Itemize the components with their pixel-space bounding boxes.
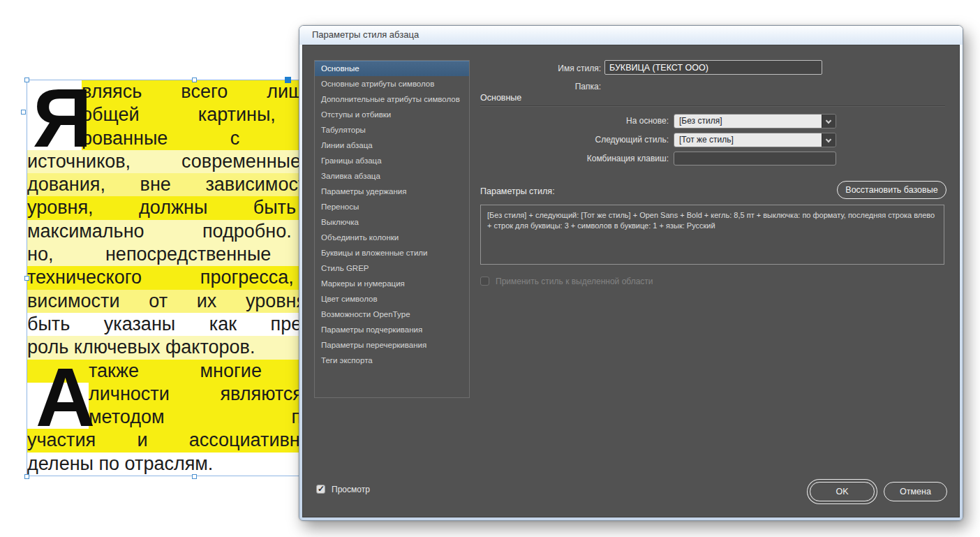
dialog-content: ОсновныеОсновные атрибуты символовДополн… <box>302 45 960 517</box>
apply-to-selection-checkbox[interactable] <box>480 277 489 286</box>
preview-checkbox[interactable]: ✓ <box>316 485 325 494</box>
sidebar-item-19[interactable]: Параметры перечеркивания <box>315 337 469 353</box>
section-header: Основные <box>480 93 521 103</box>
next-style-value: [Тот же стиль] <box>674 133 822 147</box>
reset-to-base-button[interactable]: Восстановить базовые <box>837 181 946 199</box>
sidebar-item-1[interactable]: Основные <box>315 61 469 76</box>
drop-cap: А <box>36 362 94 432</box>
sidebar-item-11[interactable]: Выключка <box>315 214 469 230</box>
selection-handle-left-middle[interactable] <box>24 276 29 281</box>
selection-handle-active[interactable] <box>285 77 291 83</box>
sidebar-item-2[interactable]: Основные атрибуты символов <box>315 76 469 91</box>
style-name-input[interactable] <box>604 60 822 75</box>
chevron-down-icon[interactable] <box>822 133 836 147</box>
shortcut-input[interactable] <box>674 152 836 165</box>
folder-label: Папка: <box>470 82 601 91</box>
sidebar-item-7[interactable]: Границы абзаца <box>315 153 469 168</box>
sidebar-item-3[interactable]: Дополнительные атрибуты символов <box>315 91 469 107</box>
style-name-label: Имя стиля: <box>470 64 601 73</box>
based-on-dropdown[interactable]: [Без стиля] <box>674 114 836 128</box>
sidebar-item-5[interactable]: Табуляторы <box>315 122 469 138</box>
drop-cap: Я <box>33 83 91 153</box>
sidebar-item-17[interactable]: Возможности OpenType <box>315 307 469 322</box>
shortcut-label: Комбинация клавиш: <box>470 154 669 163</box>
text-inport-icon[interactable] <box>21 110 26 115</box>
cancel-button[interactable]: Отмена <box>884 482 947 501</box>
sidebar-item-12[interactable]: Объединить колонки <box>315 230 469 245</box>
sidebar-item-9[interactable]: Параметры удержания <box>315 184 469 199</box>
sidebar-item-16[interactable]: Цвет символов <box>315 291 469 307</box>
next-style-label: Следующий стиль: <box>470 135 669 145</box>
based-on-label: На основе: <box>470 116 669 126</box>
selection-handle-top-left[interactable] <box>24 78 29 82</box>
sidebar-item-10[interactable]: Переносы <box>315 199 469 214</box>
selection-handle-bottom-left[interactable] <box>24 474 29 479</box>
sidebar-item-13[interactable]: Буквицы и вложенные стили <box>315 245 469 260</box>
paragraph-style-options-dialog: Параметры стиля абзаца ОсновныеОсновные … <box>299 25 963 521</box>
sidebar-item-14[interactable]: Стиль GREP <box>315 260 469 276</box>
style-sections-list: ОсновныеОсновные атрибуты символовДополн… <box>314 60 470 398</box>
preview-label: Просмотр <box>332 485 370 494</box>
chevron-down-icon[interactable] <box>822 115 836 128</box>
sidebar-item-15[interactable]: Маркеры и нумерация <box>315 276 469 291</box>
selection-handle-top-middle[interactable] <box>192 78 197 82</box>
sidebar-item-8[interactable]: Заливка абзаца <box>315 168 469 184</box>
sidebar-item-18[interactable]: Параметры подчеркивания <box>315 322 469 337</box>
sidebar-item-4[interactable]: Отступы и отбивки <box>315 107 469 122</box>
apply-to-selection-label: Применить стиль к выделенной области <box>496 277 653 286</box>
next-style-dropdown[interactable]: [Тот же стиль] <box>674 133 836 147</box>
checkmark-icon: ✓ <box>318 484 325 494</box>
screen: вляясь всего лишь чобщей картины, регров… <box>0 0 980 537</box>
dialog-title: Параметры стиля абзаца <box>312 29 419 40</box>
ok-button[interactable]: OK <box>810 482 875 501</box>
sidebar-item-6[interactable]: Линии абзаца <box>315 138 469 153</box>
style-settings-summary: [Без стиля] + следующий: [Тот же стиль] … <box>480 205 944 265</box>
selection-handle-bottom-middle[interactable] <box>192 474 197 479</box>
style-settings-label: Параметры стиля: <box>480 186 555 196</box>
sidebar-item-20[interactable]: Теги экспорта <box>315 353 469 368</box>
section-divider <box>480 105 945 107</box>
based-on-value: [Без стиля] <box>674 115 822 128</box>
dialog-titlebar[interactable]: Параметры стиля абзаца <box>299 26 963 45</box>
